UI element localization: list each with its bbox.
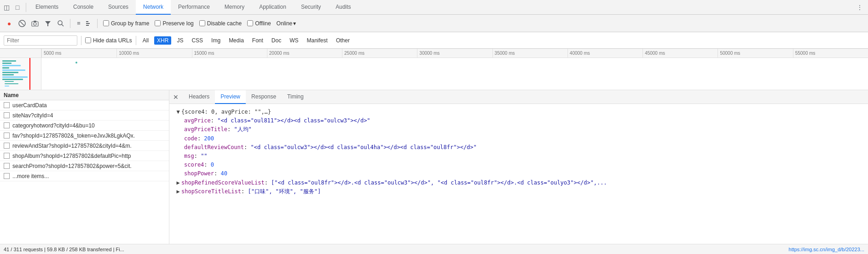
detail-panel: ✕ Headers Preview Response Timing {score… [169,90,868,244]
list-item[interactable]: categoryhotword?cityId=4&bu=10 [0,121,169,131]
filter-type-media[interactable]: Media [226,36,247,45]
preserve-log-checkbox[interactable] [155,20,161,26]
list-item[interactable]: fav?shopId=127857802&_token=eJxvJk8LgkAQ… [0,131,169,141]
clear-button[interactable] [17,18,28,29]
close-detail-button[interactable]: ✕ [171,92,180,102]
tab-performance[interactable]: Performance [171,0,217,15]
tab-security[interactable]: Security [294,0,328,15]
json-line-defaultReviewCount: defaultReviewCount : "<d class="oulcw3">… [175,143,862,152]
filter-type-font[interactable]: Font [249,36,266,45]
more-tabs-button[interactable]: ⋮ [853,4,866,11]
timeline-mark-20000: 20000 ms [267,49,342,58]
filter-sep-1 [81,36,81,45]
json-value: "<d class="oul811"></d><d class="oulcw3"… [217,116,370,125]
tab-network[interactable]: Network [136,0,171,15]
json-key: avgPrice [184,116,211,125]
json-array-expand-2[interactable] [175,187,181,196]
filter-type-other[interactable]: Other [333,36,353,45]
filter-type-js[interactable]: JS [174,36,186,45]
svg-marker-5 [45,21,51,26]
filter-button[interactable] [42,18,53,29]
filter-input[interactable] [4,35,77,46]
svg-rect-10 [86,25,89,26]
json-colon: : [265,179,271,187]
online-select[interactable]: Online ▾ [277,20,296,27]
tab-audits[interactable]: Audits [328,0,358,15]
request-list-header: Name [0,90,169,100]
tab-elements[interactable]: Elements [28,0,66,15]
tab-application[interactable]: Application [252,0,294,15]
name-column-header: Name [4,92,19,98]
list-item[interactable]: shopAlbum?shopId=127857802&defaultPic=ht… [0,151,169,161]
request-checkbox[interactable] [4,173,10,179]
disable-cache-label: Disable cache [207,20,242,27]
tab-memory[interactable]: Memory [217,0,252,15]
json-line-avgPrice: avgPrice : "<d class="oul811"></d><d cla… [175,116,862,125]
json-value: 0 [211,161,214,169]
search-button[interactable] [55,18,66,29]
offline-checkbox[interactable] [247,20,253,26]
preserve-log-label: Preserve log [162,20,193,27]
json-value: "<d class="oulcw3"></d><d class="oul4ha"… [251,143,477,152]
hide-data-urls-checkbox[interactable] [85,37,91,43]
list-item[interactable]: searchPromo?shopId=127857802&power=5&cit… [0,161,169,171]
json-line-score4: score4 : 0 [175,161,862,169]
json-value: 200 [204,134,214,143]
list-item[interactable]: ...more items... [0,171,169,181]
timeline-chart [0,58,868,90]
waterfall-view-icon[interactable] [84,19,93,28]
preserve-log-group: Preserve log [155,20,193,27]
filter-type-css[interactable]: CSS [189,36,206,45]
json-line-shopRefinedScoreValueList: shopRefinedScoreValueList : ["<d class="… [175,179,862,187]
request-checkbox[interactable] [4,112,10,118]
tab-response[interactable]: Response [246,90,282,104]
request-checkbox[interactable] [4,102,10,108]
record-button[interactable]: ● [4,18,15,29]
filter-type-all[interactable]: All [140,36,151,45]
filter-type-manifest[interactable]: Manifest [304,36,330,45]
json-value: 40 [220,169,227,178]
request-checkbox[interactable] [4,133,10,139]
list-item[interactable]: userCardData [0,100,169,110]
request-checkbox[interactable] [4,163,10,169]
timeline-mark-15000: 15000 ms [192,49,267,58]
request-checkbox[interactable] [4,122,10,128]
tab-headers[interactable]: Headers [183,90,215,104]
tab-timing[interactable]: Timing [282,90,309,104]
dock-icon[interactable]: ◫ [2,3,11,12]
tab-sources[interactable]: Sources [101,0,136,15]
json-line-code: code : 200 [175,134,862,143]
json-line-shopPower: shopPower : 40 [175,169,862,178]
tab-preview[interactable]: Preview [215,90,246,104]
json-key: shopScoreTitleList [181,187,241,196]
request-checkbox[interactable] [4,153,10,159]
filter-type-img[interactable]: Img [208,36,223,45]
svg-point-6 [58,21,62,25]
list-item[interactable]: siteNav?cityId=4 [0,110,169,121]
json-root-expand[interactable] [175,108,181,116]
request-checkbox[interactable] [4,143,10,149]
group-by-frame-group: Group by frame [103,20,149,27]
timeline-name-spacer [0,49,41,58]
disable-cache-checkbox[interactable] [199,20,205,26]
filter-type-xhr[interactable]: XHR [154,36,171,45]
tab-console[interactable]: Console [66,0,101,15]
json-array-expand[interactable] [175,179,181,187]
request-list-body[interactable]: userCardData siteNav?cityId=4 categoryho… [0,100,169,244]
filter-type-ws[interactable]: WS [287,36,301,45]
json-key: avgPriceTitle [184,125,227,134]
separator-2 [97,19,98,28]
undock-icon[interactable]: □ [13,3,22,12]
camera-button[interactable] [29,18,41,29]
list-view-icon[interactable]: ≡ [74,19,83,28]
json-root-line: {score4: 0, avgPrice: "",…} [175,108,862,116]
timeline-area: 5000 ms 10000 ms 15000 ms 20000 ms 25000… [0,49,868,90]
json-value: ["<d class="oul8fr"></d>.<d class="oulcw… [271,179,607,187]
svg-rect-9 [86,23,90,24]
group-by-frame-checkbox[interactable] [103,20,109,26]
list-item[interactable]: reviewAndStar?shopId=127857802&cityId=4&… [0,141,169,151]
json-key: shopPower [184,169,214,178]
filter-type-doc[interactable]: Doc [269,36,284,45]
detail-tabs: ✕ Headers Preview Response Timing [169,90,868,104]
status-right: https://img.sc.cn/img_d/b/20223... [789,247,864,252]
